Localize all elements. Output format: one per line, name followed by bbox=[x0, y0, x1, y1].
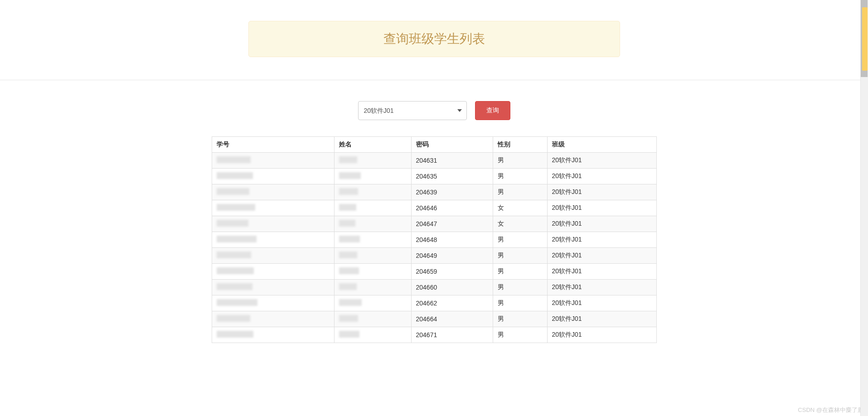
cell-name bbox=[334, 264, 411, 280]
cell-password: 204662 bbox=[411, 295, 493, 311]
cell-class: 20软件J01 bbox=[547, 184, 656, 200]
cell-password: 204646 bbox=[411, 200, 493, 216]
cell-gender: 男 bbox=[493, 153, 547, 169]
table-row: 204649男20软件J01 bbox=[212, 248, 656, 264]
class-select[interactable]: 20软件J01 bbox=[358, 101, 467, 120]
cell-password: 204660 bbox=[411, 280, 493, 295]
cell-student-id bbox=[212, 169, 334, 184]
cell-name bbox=[334, 232, 411, 248]
cell-student-id bbox=[212, 264, 334, 280]
cell-gender: 女 bbox=[493, 200, 547, 216]
cell-gender: 男 bbox=[493, 169, 547, 184]
cell-gender: 男 bbox=[493, 311, 547, 327]
cell-gender: 女 bbox=[493, 216, 547, 232]
scrollbar-highlight bbox=[862, 7, 868, 71]
table-header-row: 学号 姓名 密码 性别 班级 bbox=[212, 137, 656, 153]
cell-name bbox=[334, 327, 411, 343]
scrollbar[interactable] bbox=[860, 0, 868, 343]
cell-gender: 男 bbox=[493, 184, 547, 200]
table-row: 204659男20软件J01 bbox=[212, 264, 656, 280]
cell-student-id bbox=[212, 280, 334, 295]
cell-password: 204659 bbox=[411, 264, 493, 280]
cell-class: 20软件J01 bbox=[547, 311, 656, 327]
cell-student-id bbox=[212, 327, 334, 343]
cell-password: 204647 bbox=[411, 216, 493, 232]
table-row: 204635男20软件J01 bbox=[212, 169, 656, 184]
search-button[interactable]: 查询 bbox=[475, 101, 510, 120]
cell-password: 204648 bbox=[411, 232, 493, 248]
cell-class: 20软件J01 bbox=[547, 264, 656, 280]
table-row: 204671男20软件J01 bbox=[212, 327, 656, 343]
cell-class: 20软件J01 bbox=[547, 169, 656, 184]
student-table: 学号 姓名 密码 性别 班级 204631男20软件J01204635男20软件… bbox=[212, 136, 657, 343]
cell-student-id bbox=[212, 248, 334, 264]
cell-class: 20软件J01 bbox=[547, 153, 656, 169]
cell-student-id bbox=[212, 184, 334, 200]
table-row: 204646女20软件J01 bbox=[212, 200, 656, 216]
cell-password: 204649 bbox=[411, 248, 493, 264]
table-row: 204662男20软件J01 bbox=[212, 295, 656, 311]
cell-student-id bbox=[212, 295, 334, 311]
cell-name bbox=[334, 295, 411, 311]
cell-password: 204671 bbox=[411, 327, 493, 343]
cell-name bbox=[334, 200, 411, 216]
cell-gender: 男 bbox=[493, 295, 547, 311]
cell-name bbox=[334, 153, 411, 169]
page-title: 查询班级学生列表 bbox=[256, 30, 613, 48]
cell-class: 20软件J01 bbox=[547, 295, 656, 311]
col-header-class: 班级 bbox=[547, 137, 656, 153]
cell-student-id bbox=[212, 216, 334, 232]
cell-password: 204639 bbox=[411, 184, 493, 200]
cell-student-id bbox=[212, 232, 334, 248]
cell-name bbox=[334, 169, 411, 184]
cell-class: 20软件J01 bbox=[547, 232, 656, 248]
cell-name bbox=[334, 248, 411, 264]
cell-gender: 男 bbox=[493, 232, 547, 248]
cell-name bbox=[334, 184, 411, 200]
header-section: 查询班级学生列表 bbox=[0, 0, 868, 80]
table-row: 204647女20软件J01 bbox=[212, 216, 656, 232]
student-table-section: 学号 姓名 密码 性别 班级 204631男20软件J01204635男20软件… bbox=[212, 136, 657, 343]
cell-class: 20软件J01 bbox=[547, 216, 656, 232]
cell-student-id bbox=[212, 311, 334, 327]
table-row: 204639男20软件J01 bbox=[212, 184, 656, 200]
cell-student-id bbox=[212, 200, 334, 216]
cell-student-id bbox=[212, 153, 334, 169]
cell-gender: 男 bbox=[493, 264, 547, 280]
table-row: 204631男20软件J01 bbox=[212, 153, 656, 169]
col-header-student-id: 学号 bbox=[212, 137, 334, 153]
search-section: 20软件J01 查询 bbox=[0, 80, 868, 136]
col-header-gender: 性别 bbox=[493, 137, 547, 153]
cell-class: 20软件J01 bbox=[547, 200, 656, 216]
title-banner: 查询班级学生列表 bbox=[248, 21, 620, 57]
cell-name bbox=[334, 216, 411, 232]
cell-class: 20软件J01 bbox=[547, 280, 656, 295]
cell-name bbox=[334, 280, 411, 295]
cell-password: 204635 bbox=[411, 169, 493, 184]
cell-gender: 男 bbox=[493, 327, 547, 343]
col-header-name: 姓名 bbox=[334, 137, 411, 153]
col-header-password: 密码 bbox=[411, 137, 493, 153]
cell-class: 20软件J01 bbox=[547, 327, 656, 343]
table-row: 204660男20软件J01 bbox=[212, 280, 656, 295]
cell-gender: 男 bbox=[493, 248, 547, 264]
cell-gender: 男 bbox=[493, 280, 547, 295]
scrollbar-thumb[interactable] bbox=[861, 0, 868, 77]
table-row: 204648男20软件J01 bbox=[212, 232, 656, 248]
table-row: 204664男20软件J01 bbox=[212, 311, 656, 327]
cell-password: 204631 bbox=[411, 153, 493, 169]
cell-class: 20软件J01 bbox=[547, 248, 656, 264]
cell-name bbox=[334, 311, 411, 327]
cell-password: 204664 bbox=[411, 311, 493, 327]
